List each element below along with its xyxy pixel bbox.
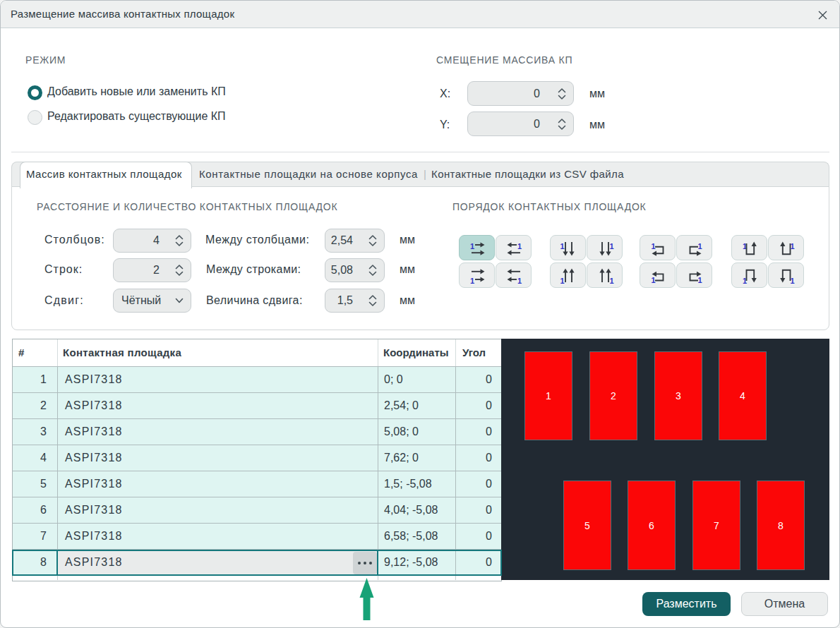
svg-text:1: 1 (517, 242, 522, 250)
svg-text:1: 1 (470, 242, 474, 250)
svg-text:1: 1 (517, 277, 522, 285)
svg-text:1: 1 (609, 277, 613, 285)
svg-text:1: 1 (651, 276, 655, 284)
svg-text:1: 1 (470, 277, 474, 285)
svg-text:1: 1 (609, 242, 613, 250)
svg-text:1: 1 (651, 242, 655, 250)
svg-text:1: 1 (790, 242, 794, 250)
svg-text:1: 1 (697, 276, 702, 284)
svg-text:1: 1 (560, 277, 564, 285)
svg-text:1: 1 (697, 242, 702, 250)
svg-text:1: 1 (790, 277, 794, 285)
svg-text:1: 1 (560, 242, 564, 250)
